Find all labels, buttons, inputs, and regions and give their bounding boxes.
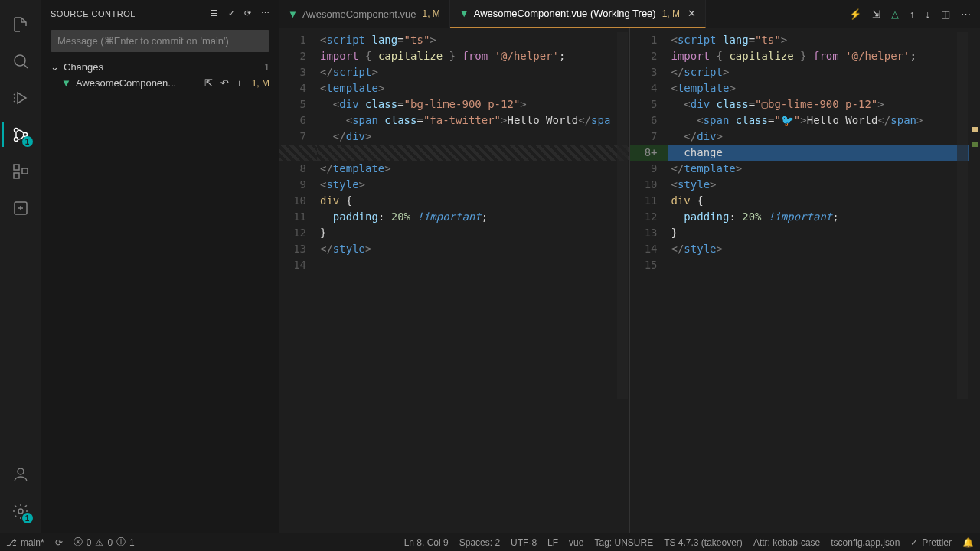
changes-section[interactable]: ⌄Changes 1: [41, 58, 279, 76]
tab-badge: 1, M: [423, 8, 440, 19]
minimap[interactable]: [957, 32, 968, 399]
minimap[interactable]: [617, 32, 628, 399]
view-as-tree-icon[interactable]: ☰: [211, 8, 219, 18]
status-branch[interactable]: ⎇main*: [6, 537, 44, 548]
scm-badge: 1: [22, 136, 33, 147]
warning-icon: ⚠: [95, 537, 103, 548]
code-content[interactable]: <script lang="ts">import { capitalize } …: [668, 28, 981, 533]
tab-label: AwesomeComponent.vue (Working Tree): [474, 8, 656, 19]
refresh-icon[interactable]: ⟳: [244, 8, 252, 18]
more-editor-actions-icon[interactable]: ⋯: [961, 8, 971, 20]
overview-ruler[interactable]: [969, 28, 980, 533]
discard-changes-icon[interactable]: ↶: [220, 77, 229, 89]
close-tab-icon[interactable]: ✕: [688, 8, 696, 19]
settings-badge: 1: [22, 513, 33, 523]
diff-modified-pane[interactable]: 12345678+9101112131415 <script lang="ts"…: [630, 28, 981, 533]
status-language[interactable]: vue: [569, 537, 583, 548]
activity-bar: 1 1: [0, 0, 41, 533]
tab-original[interactable]: ▼ AwesomeComponent.vue 1, M: [279, 0, 450, 28]
status-prettier[interactable]: ✓Prettier: [910, 537, 952, 548]
tab-label: AwesomeComponent.vue: [302, 8, 416, 20]
vue-file-icon: ▼: [61, 77, 71, 89]
go-to-file-icon[interactable]: ⇲: [872, 8, 880, 20]
tabs-bar: ▼ AwesomeComponent.vue 1, M ▼ AwesomeCom…: [279, 0, 980, 28]
diff-original-pane[interactable]: 1234567891011121314 <script lang="ts">im…: [279, 28, 630, 533]
open-file-icon[interactable]: ⇱: [204, 77, 213, 89]
file-status-badge: 1, M: [252, 78, 270, 89]
svg-rect-4: [14, 165, 19, 170]
status-typescript[interactable]: TS 4.7.3 (takeover): [664, 537, 743, 548]
vue-file-icon: ▼: [288, 8, 298, 20]
status-problems[interactable]: ⓧ0⚠0ⓘ1: [74, 536, 135, 549]
more-actions-icon[interactable]: ⋯: [261, 8, 270, 18]
stage-changes-icon[interactable]: +: [237, 77, 243, 89]
line-gutter: 12345678+9101112131415: [630, 28, 668, 533]
split-editor-icon[interactable]: ◫: [941, 8, 950, 20]
line-gutter: 1234567891011121314: [279, 28, 317, 533]
svg-point-9: [18, 509, 23, 514]
tab-working-tree[interactable]: ▼ AwesomeComponent.vue (Working Tree) 1,…: [450, 0, 706, 28]
info-icon: ⓘ: [116, 536, 126, 549]
vite-icon[interactable]: ⚡: [849, 8, 861, 20]
vue-file-icon: ▼: [459, 8, 469, 19]
settings-gear-icon[interactable]: 1: [2, 493, 39, 530]
status-notifications[interactable]: 🔔: [962, 537, 974, 548]
commit-check-icon[interactable]: ✓: [228, 8, 236, 18]
commit-message-input[interactable]: [51, 30, 270, 52]
search-icon[interactable]: [2, 43, 39, 80]
status-encoding[interactable]: UTF-8: [511, 537, 537, 548]
status-tag[interactable]: Tag: UNSURE: [594, 537, 653, 548]
changes-count: 1: [264, 62, 270, 73]
status-sync[interactable]: ⟳: [55, 537, 63, 548]
chevron-down-icon: ⌄: [51, 61, 59, 73]
svg-rect-6: [22, 168, 28, 174]
svg-point-1: [14, 129, 18, 132]
status-eol[interactable]: LF: [547, 537, 558, 548]
file-name: AwesomeComponen...: [76, 77, 176, 89]
svg-point-2: [14, 138, 18, 142]
code-content[interactable]: <script lang="ts">import { capitalize } …: [317, 28, 629, 533]
test-icon[interactable]: [2, 190, 39, 227]
explorer-icon[interactable]: [2, 6, 39, 43]
diff-editor[interactable]: 1234567891011121314 <script lang="ts">im…: [279, 28, 980, 533]
svg-point-0: [15, 55, 25, 66]
status-bar: ⎇main* ⟳ ⓧ0⚠0ⓘ1 Ln 8, Col 9 Spaces: 2 UT…: [0, 533, 980, 551]
prettier-check-icon: ✓: [910, 537, 918, 548]
status-cursor-position[interactable]: Ln 8, Col 9: [404, 537, 449, 548]
error-icon: ⓧ: [74, 536, 83, 549]
status-attr-style[interactable]: Attr: kebab-case: [753, 537, 820, 548]
source-control-panel: SOURCE CONTROL ☰ ✓ ⟳ ⋯ ⌄Changes 1 ▼ Awes…: [41, 0, 279, 533]
prev-change-icon[interactable]: ↑: [910, 8, 915, 20]
svg-rect-5: [14, 173, 19, 178]
tab-badge: 1, M: [662, 8, 680, 19]
status-tsconfig[interactable]: tsconfig.app.json: [831, 537, 900, 548]
branch-icon: ⎇: [6, 537, 17, 548]
run-debug-icon[interactable]: [2, 80, 39, 116]
changed-file-row[interactable]: ▼ AwesomeComponen... ⇱ ↶ + 1, M: [41, 76, 279, 90]
bell-icon: 🔔: [962, 537, 974, 548]
status-indentation[interactable]: Spaces: 2: [459, 537, 500, 548]
sync-icon: ⟳: [55, 537, 63, 548]
source-control-icon[interactable]: 1: [2, 116, 39, 153]
changes-label: Changes: [64, 61, 103, 73]
extensions-icon[interactable]: [2, 153, 39, 190]
nuxt-icon[interactable]: △: [891, 8, 899, 20]
panel-title: SOURCE CONTROL: [51, 9, 136, 18]
svg-point-8: [18, 468, 24, 474]
account-icon[interactable]: [2, 456, 39, 493]
editor-region: ▼ AwesomeComponent.vue 1, M ▼ AwesomeCom…: [279, 0, 980, 533]
next-change-icon[interactable]: ↓: [926, 8, 931, 20]
